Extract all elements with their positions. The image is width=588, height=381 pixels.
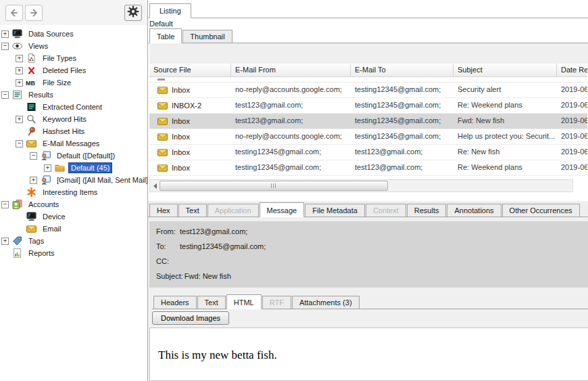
tree-item-views[interactable]: −Views — [0, 40, 147, 52]
expand-icon[interactable]: + — [16, 67, 23, 74]
table-row[interactable]: Inboxtesting12345@gmail.com;test123@gmai… — [149, 145, 587, 160]
svg-text:MB: MB — [26, 80, 35, 87]
message-tab-text[interactable]: Text — [197, 296, 226, 309]
expand-icon[interactable]: + — [44, 164, 51, 172]
tree-item-results[interactable]: −Results — [0, 89, 147, 101]
cc-label: CC: — [156, 257, 178, 265]
email-table: Source FileE-Mail FromE-Mail ToSubjectDa… — [149, 64, 587, 179]
result-tab-results[interactable]: Results — [407, 204, 447, 217]
result-tab-context[interactable]: Context — [366, 204, 406, 217]
tree-item-accounts[interactable]: −Accounts — [0, 198, 147, 210]
tree-item-data-sources[interactable]: +Data Sources — [0, 28, 147, 40]
tree-item-label: Interesting Items — [41, 187, 99, 197]
tab-thumbnail[interactable]: Thumbnail — [182, 30, 232, 43]
tree-item-device[interactable]: Device — [0, 210, 147, 223]
message-tab-html[interactable]: HTML — [226, 294, 262, 309]
result-tab-text[interactable]: Text — [178, 204, 207, 217]
tab-listing[interactable]: Listing — [149, 3, 191, 18]
horizontal-scrollbar[interactable] — [149, 179, 573, 192]
result-tab-application[interactable]: Application — [207, 204, 259, 217]
back-button[interactable] — [5, 5, 23, 21]
tree-item-default-default[interactable]: −Default ([Default]) — [0, 150, 147, 162]
collapse-icon[interactable]: − — [1, 43, 9, 50]
column-header-subject[interactable]: Subject — [454, 64, 557, 76]
tree-item-e-mail-messages[interactable]: −E-Mail Messages — [0, 137, 147, 150]
tree-item-label: Keyword Hits — [41, 114, 89, 124]
forward-arrow-icon — [29, 9, 39, 17]
tree-item-label: File Size — [41, 78, 73, 87]
expand-icon[interactable]: + — [1, 30, 9, 38]
message-tab-headers[interactable]: Headers — [153, 296, 197, 309]
cell-source-file: Inbox — [172, 117, 190, 125]
tab-table[interactable]: Table — [149, 28, 182, 43]
cell-email-from: test123@gmail.com; — [231, 98, 351, 113]
table-row[interactable]: Inboxtesting12345@gmail.com;test123@gmai… — [149, 160, 587, 176]
message-viewer: From: test123@gmail.com; To: testing1234… — [148, 217, 588, 381]
message-tab-attachments-3[interactable]: Attachments (3) — [292, 296, 360, 309]
tree-item-tags[interactable]: +Tags — [0, 235, 147, 247]
cell-email-from: testing12345@gmail.com; — [231, 160, 351, 175]
result-tab-other-occurrences[interactable]: Other Occurrences — [502, 204, 580, 217]
tree-item-deleted-files[interactable]: +Deleted Files — [0, 64, 147, 76]
cell-email-to: testing12345@gmail.com; — [351, 83, 454, 97]
tree-item-interesting-items[interactable]: Interesting Items — [0, 186, 147, 198]
expand-icon[interactable]: + — [16, 55, 23, 62]
case-tree: +Data Sources−Views+File Types+Deleted F… — [0, 25, 147, 381]
collapse-icon[interactable]: − — [30, 152, 37, 160]
column-header-source-file[interactable]: Source File — [149, 64, 231, 76]
result-tab-annotations[interactable]: Annotations — [447, 204, 501, 217]
tree-item-file-types[interactable]: +File Types — [0, 52, 147, 64]
scrollbar-thumb[interactable] — [160, 181, 388, 191]
message-tab-rtf[interactable]: RTF — [262, 296, 291, 309]
collapse-icon[interactable]: − — [1, 201, 9, 208]
tree-item-gmail-all-mail-sent-mail[interactable]: +[Gmail] ([All Mail, Sent Mail]) — [0, 174, 147, 186]
tree-item-file-size[interactable]: +MBFile Size — [0, 76, 147, 89]
cell-source-file: INBOX-2 — [172, 102, 201, 110]
tree-item-label: Accounts — [26, 200, 61, 209]
message-cc-row: CC: — [156, 254, 588, 269]
result-tab-hex[interactable]: Hex — [149, 204, 178, 217]
subject-value: Fwd: New fish — [185, 272, 231, 280]
subject-label: Subject: — [156, 272, 183, 280]
cell-source-file: Inbox — [172, 164, 190, 172]
tree-item-hashset-hits[interactable]: Hashset Hits — [0, 125, 147, 137]
scroll-left-arrow-icon[interactable] — [150, 181, 160, 191]
table-row[interactable]: Inboxno-reply@accounts.google.com;testin… — [149, 83, 587, 98]
expand-icon[interactable]: + — [16, 79, 23, 87]
autopsy-window: +Data Sources−Views+File Types+Deleted F… — [0, 0, 588, 381]
expand-icon[interactable]: + — [16, 116, 23, 123]
column-header-e-mail-to[interactable]: E-Mail To — [351, 64, 454, 76]
email-folder-icon — [157, 147, 168, 158]
account-icon — [40, 175, 51, 185]
back-arrow-icon — [9, 9, 19, 17]
expand-icon[interactable]: + — [1, 238, 9, 245]
message-to-row: To: testing12345@gmail.com; — [156, 239, 588, 254]
hashset-hits-icon — [26, 126, 37, 137]
column-header-e-mail-from[interactable]: E-Mail From — [231, 64, 351, 76]
collapse-icon[interactable]: − — [1, 91, 9, 99]
collapse-icon[interactable]: − — [16, 140, 23, 148]
expand-icon[interactable]: + — [30, 177, 37, 184]
download-images-button[interactable]: Download Images — [152, 311, 229, 325]
result-viewer: HexTextApplicationMessageFile MetadataCo… — [148, 201, 588, 381]
column-header-date-received[interactable]: Date Received — [557, 64, 587, 76]
interesting-items-icon — [26, 187, 37, 198]
tree-item-default-45[interactable]: +Default (45) — [0, 162, 147, 174]
tree-item-keyword-hits[interactable]: +Keyword Hits — [0, 113, 147, 125]
cell-email-to: testing12345@gmail.com; — [351, 98, 454, 113]
cell-date-received: 2019-06- — [557, 114, 587, 129]
cell-subject: Help us protect you: Securit... — [454, 129, 557, 144]
table-row[interactable]: Inboxtest123@gmail.com;testing12345@gmai… — [149, 114, 587, 129]
tree-item-email[interactable]: Email — [0, 223, 147, 235]
listing-tab-bar: Listing — [148, 0, 588, 18]
table-row[interactable]: INBOX-2test123@gmail.com;testing12345@gm… — [149, 98, 587, 114]
tree-item-reports[interactable]: Reports — [0, 247, 147, 259]
table-row[interactable]: Inboxno-reply@accounts.google.com;testin… — [149, 129, 587, 145]
tree-item-extracted-content[interactable]: Extracted Content — [0, 101, 147, 113]
accounts-icon — [11, 199, 23, 210]
forward-button[interactable] — [25, 5, 43, 21]
cell-email-to: test123@gmail.com; — [351, 160, 454, 175]
result-tab-file-metadata[interactable]: File Metadata — [305, 204, 365, 217]
result-tab-message[interactable]: Message — [260, 202, 305, 217]
options-button[interactable] — [124, 5, 142, 21]
